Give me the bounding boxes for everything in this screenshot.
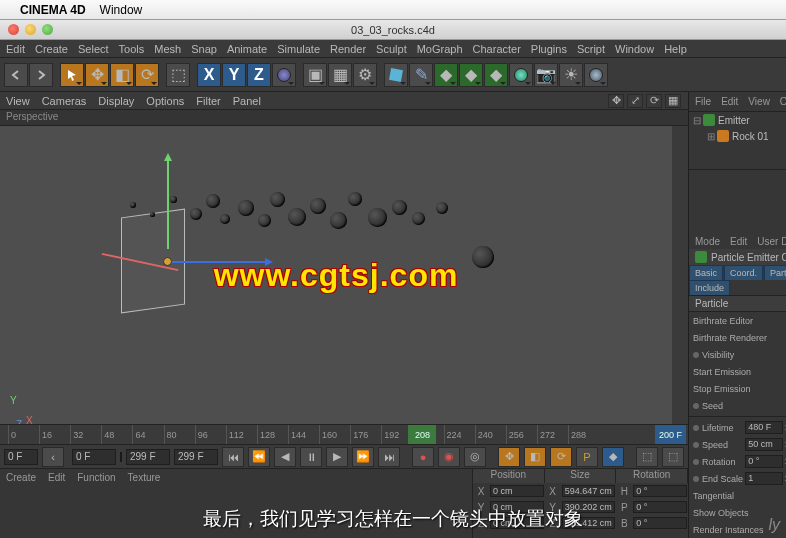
menu-edit[interactable]: Edit bbox=[6, 43, 25, 55]
close-window-button[interactable] bbox=[8, 24, 19, 35]
vp-nav-layout-icon[interactable]: ▦ bbox=[665, 94, 681, 108]
last-tool-button[interactable]: ⬚ bbox=[166, 63, 190, 87]
menu-mesh[interactable]: Mesh bbox=[154, 43, 181, 55]
prop-value-field[interactable]: 50 cm bbox=[745, 438, 783, 451]
render-view-button[interactable]: ▣ bbox=[303, 63, 327, 87]
range-start-field[interactable]: 0 F bbox=[72, 449, 116, 465]
add-modeling-button[interactable]: ◆ bbox=[459, 63, 483, 87]
anim-dot-icon[interactable] bbox=[693, 442, 699, 448]
menu-script[interactable]: Script bbox=[577, 43, 605, 55]
current-frame-marker[interactable]: 208 bbox=[408, 425, 436, 444]
play-pause-button[interactable]: ⏸ bbox=[300, 447, 322, 467]
end-frame-field[interactable]: 299 F bbox=[174, 449, 218, 465]
anim-dot-icon[interactable] bbox=[693, 459, 699, 465]
goto-end-button[interactable]: ⏭ bbox=[378, 447, 400, 467]
next-frame-button[interactable]: ▶ bbox=[326, 447, 348, 467]
anim-mode2-button[interactable]: ⬚ bbox=[662, 447, 684, 467]
pla-key-button[interactable]: ◆ bbox=[602, 447, 624, 467]
obj-menu-edit[interactable]: Edit bbox=[721, 96, 738, 107]
app-menu-name[interactable]: CINEMA 4D bbox=[20, 3, 86, 17]
param-key-button[interactable]: P bbox=[576, 447, 598, 467]
rotate-tool[interactable]: ⟳ bbox=[135, 63, 159, 87]
zoom-window-button[interactable] bbox=[42, 24, 53, 35]
minimize-window-button[interactable] bbox=[25, 24, 36, 35]
live-select-tool[interactable] bbox=[60, 63, 84, 87]
vp-menu-filter[interactable]: Filter bbox=[196, 95, 220, 107]
vp-menu-cameras[interactable]: Cameras bbox=[42, 95, 87, 107]
obj-menu-objects[interactable]: Objects bbox=[780, 96, 786, 107]
object-tree-item[interactable]: ⊞ Rock 01 bbox=[689, 128, 786, 144]
mat-menu-create[interactable]: Create bbox=[6, 472, 36, 483]
obj-menu-view[interactable]: View bbox=[748, 96, 770, 107]
prop-value-field[interactable]: 0 ° bbox=[745, 455, 783, 468]
vp-menu-display[interactable]: Display bbox=[98, 95, 134, 107]
tree-expand-icon[interactable]: ⊟ bbox=[693, 115, 701, 126]
coord-pos-field[interactable]: 0 cm bbox=[490, 517, 544, 529]
mode-toolbar[interactable] bbox=[0, 126, 15, 424]
render-settings-button[interactable]: ⚙ bbox=[353, 63, 377, 87]
start-frame-field[interactable]: 0 F bbox=[4, 449, 38, 465]
anim-dot-icon[interactable] bbox=[693, 352, 699, 358]
coord-rot-field[interactable]: 0 ° bbox=[633, 517, 687, 529]
menu-sculpt[interactable]: Sculpt bbox=[376, 43, 407, 55]
menu-simulate[interactable]: Simulate bbox=[277, 43, 320, 55]
x-axis-lock[interactable]: X bbox=[197, 63, 221, 87]
menu-character[interactable]: Character bbox=[473, 43, 521, 55]
anim-dot-icon[interactable] bbox=[693, 403, 699, 409]
vp-nav-orbit-icon[interactable]: ⟳ bbox=[646, 94, 662, 108]
move-tool[interactable]: ✥ bbox=[85, 63, 109, 87]
vp-menu-view[interactable]: View bbox=[6, 95, 30, 107]
menu-select[interactable]: Select bbox=[78, 43, 109, 55]
viewport-3d[interactable]: Y X Z www.cgtsj.com bbox=[0, 126, 672, 424]
menu-window[interactable]: Window bbox=[615, 43, 654, 55]
prev-spin-icon[interactable]: ‹ bbox=[42, 447, 64, 467]
pos-key-button[interactable]: ✥ bbox=[498, 447, 520, 467]
undo-button[interactable] bbox=[4, 63, 28, 87]
prev-frame-button[interactable]: ◀ bbox=[274, 447, 296, 467]
tab-coord[interactable]: Coord. bbox=[724, 265, 763, 280]
menu-help[interactable]: Help bbox=[664, 43, 687, 55]
prop-value-field[interactable]: 480 F bbox=[745, 421, 783, 434]
add-scene-button[interactable] bbox=[584, 63, 608, 87]
tab-basic[interactable]: Basic bbox=[689, 265, 723, 280]
mac-menu-window[interactable]: Window bbox=[100, 3, 143, 17]
obj-menu-file[interactable]: File bbox=[695, 96, 711, 107]
menu-mograph[interactable]: MoGraph bbox=[417, 43, 463, 55]
menu-plugins[interactable]: Plugins bbox=[531, 43, 567, 55]
attr-menu-userdata[interactable]: User Data bbox=[757, 236, 786, 247]
vp-nav-pan-icon[interactable]: ✥ bbox=[608, 94, 624, 108]
object-tree-item[interactable]: ⊟ Emitter bbox=[689, 112, 786, 128]
mat-menu-texture[interactable]: Texture bbox=[128, 472, 161, 483]
coord-rot-field[interactable]: 0 ° bbox=[633, 485, 687, 497]
add-camera-button[interactable]: 📷 bbox=[534, 63, 558, 87]
mat-menu-function[interactable]: Function bbox=[77, 472, 115, 483]
anim-mode-button[interactable]: ⬚ bbox=[636, 447, 658, 467]
record-button[interactable]: ● bbox=[412, 447, 434, 467]
add-nurbs-button[interactable]: ◆ bbox=[434, 63, 458, 87]
add-pen-button[interactable]: ✎ bbox=[409, 63, 433, 87]
render-pv-button[interactable]: ▦ bbox=[328, 63, 352, 87]
timeline-ruler[interactable]: 0163248648096112128144160176192208224240… bbox=[0, 424, 688, 444]
goto-start-button[interactable]: ⏮ bbox=[222, 447, 244, 467]
menu-animate[interactable]: Animate bbox=[227, 43, 267, 55]
rot-key-button[interactable]: ⟳ bbox=[550, 447, 572, 467]
vp-nav-zoom-icon[interactable]: ⤢ bbox=[627, 94, 643, 108]
object-manager[interactable]: ⊟ Emitter ⊞ Rock 01 bbox=[689, 112, 786, 170]
z-axis-lock[interactable]: Z bbox=[247, 63, 271, 87]
vp-menu-options[interactable]: Options bbox=[146, 95, 184, 107]
menu-snap[interactable]: Snap bbox=[191, 43, 217, 55]
redo-button[interactable] bbox=[29, 63, 53, 87]
vp-menu-panel[interactable]: Panel bbox=[233, 95, 261, 107]
mat-menu-edit[interactable]: Edit bbox=[48, 472, 65, 483]
range-end-field[interactable]: 299 F bbox=[126, 449, 170, 465]
tab-include[interactable]: Include bbox=[689, 280, 730, 295]
menu-render[interactable]: Render bbox=[330, 43, 366, 55]
add-cube-button[interactable] bbox=[384, 63, 408, 87]
anim-dot-icon[interactable] bbox=[693, 476, 699, 482]
add-deformer-button[interactable]: ◆ bbox=[484, 63, 508, 87]
tree-expand-icon[interactable]: ⊞ bbox=[707, 131, 715, 142]
add-light-button[interactable]: ☀ bbox=[559, 63, 583, 87]
coord-size-field[interactable]: 390.202 cm bbox=[562, 501, 616, 513]
coord-size-field[interactable]: 513.412 cm bbox=[562, 517, 616, 529]
coord-system-button[interactable] bbox=[272, 63, 296, 87]
